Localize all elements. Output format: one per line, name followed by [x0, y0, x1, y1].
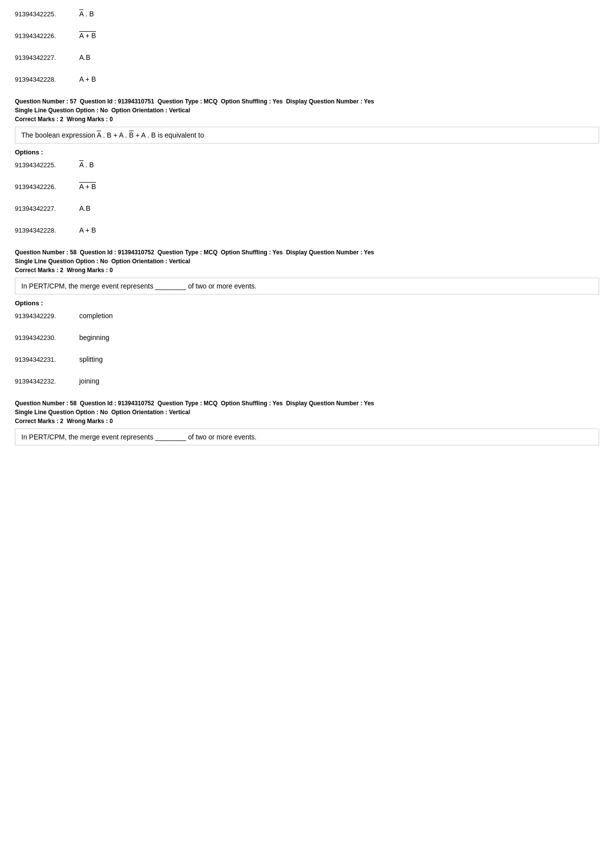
- options-label: Options :: [15, 148, 599, 156]
- question-text: In PERT/CPM, the merge event represents …: [15, 278, 599, 294]
- option-id: 91394342225.: [15, 10, 79, 18]
- option-id: 91394342226.: [15, 32, 79, 40]
- question-meta: Question Number : 58 Question Id : 91394…: [15, 399, 599, 417]
- option-row: 91394342228. A + B: [15, 226, 599, 234]
- option-text: beginning: [79, 334, 109, 341]
- question-58-repeat-section: Question Number : 58 Question Id : 91394…: [15, 399, 599, 445]
- option-row: 91394342231. splitting: [15, 355, 599, 363]
- option-row: 91394342227. A.B: [15, 53, 599, 61]
- option-row: 91394342227. A.B: [15, 204, 599, 212]
- question-meta: Question Number : 57 Question Id : 91394…: [15, 97, 599, 115]
- option-text: A + B: [79, 183, 96, 191]
- option-row: 91394342232. joining: [15, 377, 599, 385]
- question-meta: Question Number : 58 Question Id : 91394…: [15, 248, 599, 266]
- option-text: A . B: [79, 161, 94, 169]
- option-id: 91394342227.: [15, 205, 79, 212]
- options-only-section: 91394342225. A . B 91394342226. A + B 91…: [15, 10, 599, 83]
- option-text: splitting: [79, 355, 102, 363]
- option-text: A.B: [79, 53, 91, 61]
- option-id: 91394342227.: [15, 54, 79, 61]
- option-row: 91394342226. A + B: [15, 32, 599, 40]
- option-id: 91394342232.: [15, 378, 79, 385]
- marks-line: Correct Marks : 2 Wrong Marks : 0: [15, 267, 599, 274]
- option-text: A + B: [79, 75, 96, 83]
- option-id: 91394342230.: [15, 334, 79, 341]
- option-row: 91394342229. completion: [15, 312, 599, 320]
- option-row: 91394342230. beginning: [15, 334, 599, 341]
- option-text: completion: [79, 312, 113, 320]
- option-id: 91394342231.: [15, 356, 79, 363]
- question-58-section: Question Number : 58 Question Id : 91394…: [15, 248, 599, 385]
- question-57-section: Question Number : 57 Question Id : 91394…: [15, 97, 599, 234]
- option-row: 91394342226. A + B: [15, 183, 599, 191]
- option-row: 91394342225. A . B: [15, 10, 599, 18]
- option-text: joining: [79, 377, 99, 385]
- options-label: Options :: [15, 299, 599, 307]
- option-row: 91394342228. A + B: [15, 75, 599, 83]
- option-id: 91394342229.: [15, 312, 79, 320]
- option-id: 91394342228.: [15, 76, 79, 83]
- option-row: 91394342225. A . B: [15, 161, 599, 169]
- option-text: A . B: [79, 10, 94, 18]
- option-id: 91394342226.: [15, 183, 79, 191]
- option-id: 91394342228.: [15, 227, 79, 234]
- marks-line: Correct Marks : 2 Wrong Marks : 0: [15, 116, 599, 123]
- marks-line: Correct Marks : 2 Wrong Marks : 0: [15, 418, 599, 425]
- option-text: A + B: [79, 226, 96, 234]
- option-id: 91394342225.: [15, 161, 79, 169]
- option-text: A + B: [79, 32, 96, 40]
- question-text: In PERT/CPM, the merge event represents …: [15, 429, 599, 445]
- question-text: The boolean expression A . B + A . B + A…: [15, 127, 599, 144]
- option-text: A.B: [79, 204, 91, 212]
